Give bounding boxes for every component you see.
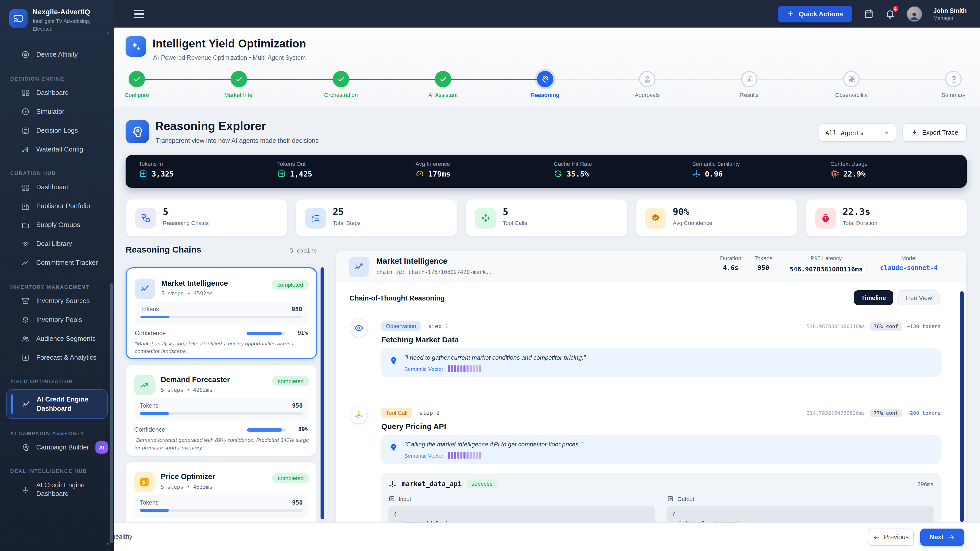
sidebar-item-commitment-tracker[interactable]: Commitment Tracker	[0, 254, 114, 272]
vector-bar	[455, 452, 457, 459]
section-decision-engine: DECISION ENGINE	[0, 73, 114, 84]
section-ai-campaign-assembly: AI CAMPAIGN ASSEMBLY	[0, 427, 114, 438]
step2-thought: "Calling the market intelligence API to …	[381, 435, 941, 464]
sidebar-item-supply-groups[interactable]: Supply Groups	[0, 216, 114, 235]
vector-bar	[467, 365, 469, 372]
bell-icon[interactable]: 4	[885, 9, 895, 19]
metric-avg-inference: Avg Inference 179ms	[402, 155, 540, 188]
chains-scrollbar[interactable]	[321, 267, 324, 519]
tab-timeline[interactable]: Timeline	[854, 290, 893, 305]
layout-grid-icon	[843, 71, 859, 87]
export-trace-button[interactable]: Export Trace	[902, 124, 967, 142]
workflow-icon	[135, 208, 156, 229]
sparkle-chart-icon	[348, 257, 369, 277]
previous-button[interactable]: Previous	[868, 529, 914, 546]
waterfall-icon	[21, 145, 30, 154]
sidebar-item-simulator[interactable]: Simulator	[0, 103, 114, 121]
step1-meta-row: Observation step_1 546.9678381080116ms 7…	[381, 321, 941, 331]
model-link[interactable]: claude-sonnet-4	[880, 264, 938, 272]
cast-logo-icon	[9, 9, 27, 27]
vector-bar	[464, 365, 466, 372]
cpu-icon	[830, 169, 839, 178]
vector-bar	[470, 365, 472, 372]
section-curation-hub: CURATION HUB	[0, 168, 114, 178]
sidebar-item-device-affinity[interactable]: Device Affinity	[0, 45, 114, 64]
tokens-box: Tokens950	[134, 495, 308, 518]
play-circle-icon	[21, 108, 30, 116]
vector-bar	[467, 452, 469, 459]
check-icon	[435, 71, 451, 87]
sidebar-item-dashboard[interactable]: Dashboard	[0, 84, 114, 103]
sidebar-item-publisher-portfolio[interactable]: Publisher Portfolio	[0, 197, 114, 216]
vector-bar	[470, 452, 472, 459]
chain-card-market-intelligence[interactable]: Market Intelligence 5 steps • 4592ms com…	[126, 267, 317, 359]
main-content: Intelligent Yield Optimization AI-Powere…	[114, 27, 980, 551]
check-icon	[231, 71, 247, 87]
chain-card-demand-forecaster[interactable]: Demand Forecaster 5 steps • 4202ms compl…	[126, 364, 317, 456]
confidence-chip: 76% conf	[870, 322, 902, 330]
sidebar-item-waterfall-config[interactable]: Waterfall Config	[0, 140, 114, 159]
log-list-icon	[21, 127, 30, 135]
sidebar-item-curation-dashboard[interactable]: Dashboard	[0, 178, 114, 197]
sidebar-item-deal-ai-credit-engine-dashboard[interactable]: AI Credit Engine Dashboard	[0, 476, 114, 504]
sidebar: Nexgile-AdvertIQ Intelligent TV Advertis…	[0, 0, 114, 551]
badge-check-icon	[645, 208, 666, 229]
quick-actions-button[interactable]: Quick Actions	[778, 5, 852, 22]
login-icon	[139, 169, 148, 178]
step-type-badge: Observation	[381, 321, 421, 331]
stamp-icon	[639, 71, 655, 87]
grid-icon	[21, 89, 30, 97]
sidebar-scrollbar[interactable]	[110, 283, 113, 543]
app-root: Intelligent Yield Optimization AI-Powere…	[0, 0, 980, 551]
tokens-box: Tokens950	[135, 302, 308, 324]
user-name: John Smith	[933, 7, 967, 14]
check-icon	[129, 71, 145, 87]
avatar[interactable]	[906, 6, 922, 22]
chain-quote: "Demand forecast generated with 89% conf…	[134, 436, 309, 452]
view-toggle: Timeline Tree View	[854, 290, 940, 305]
notification-badge: 4	[891, 5, 899, 13]
step2-meta-row: Tool Call step_2 314.7832164769526ms 77%…	[381, 408, 941, 418]
wizard-stepper: Configure Market Intel Orchestration AI …	[114, 70, 980, 106]
vector-bar	[464, 452, 466, 459]
sidebar-item-inventory-sources[interactable]: Inventory Sources	[0, 292, 114, 311]
metric-semantic-similarity: Semantic Similarity 0.96	[679, 155, 817, 188]
agent-filter-select[interactable]: All Agents	[819, 124, 896, 142]
sidebar-item-ai-credit-engine-dashboard[interactable]: AI Credit Engine Dashboard	[6, 389, 108, 419]
vector-bar	[458, 452, 460, 459]
page-title: Intelligent Yield Optimization	[153, 37, 306, 51]
user-role: Manager	[933, 15, 967, 21]
status-badge: completed	[272, 376, 309, 386]
brand[interactable]: Nexgile-AdvertIQ Intelligent TV Advertis…	[0, 0, 114, 39]
logout-icon	[277, 169, 286, 178]
calendar-icon[interactable]	[863, 9, 873, 19]
numbered-list-icon: 123	[305, 208, 326, 229]
brand-name: Nexgile-AdvertIQ	[33, 8, 93, 16]
arrow-right-icon	[948, 534, 955, 541]
bar-chart-icon	[741, 71, 757, 87]
detail-header: Market Intelligence chain_id: chain-1767…	[336, 251, 966, 283]
metric-context-usage: Context Usage 22.9%	[817, 155, 955, 188]
next-button[interactable]: Next	[920, 529, 964, 546]
tab-tree-view[interactable]: Tree View	[897, 290, 940, 305]
menu-icon[interactable]	[134, 10, 144, 18]
step-type-badge: Tool Call	[381, 408, 412, 418]
page-header: Intelligent Yield Optimization AI-Powere…	[114, 27, 980, 107]
chain-quote: "Market analysis complete. Identified 7 …	[135, 340, 309, 355]
tool-duration: 296ms	[918, 481, 934, 487]
svg-text:$: $	[142, 480, 145, 485]
sidebar-item-deal-library[interactable]: Deal Library	[0, 235, 114, 254]
detail-scrollbar[interactable]	[960, 291, 964, 522]
sidebar-item-audience-segments[interactable]: Audience Segments	[0, 329, 114, 348]
folder-icon	[21, 221, 30, 229]
sidebar-item-campaign-builder[interactable]: Campaign Builder AI	[0, 438, 114, 457]
sidebar-item-inventory-pools[interactable]: Inventory Pools	[0, 311, 114, 330]
sidebar-item-forecast-analytics[interactable]: Forecast & Analytics	[0, 348, 114, 367]
sidebar-item-decision-logs[interactable]: Decision Logs	[0, 121, 114, 140]
tokens-progress	[140, 509, 303, 512]
download-icon	[911, 129, 918, 136]
confidence-chip: 77% conf	[870, 409, 902, 417]
health-status: healthy	[112, 533, 132, 540]
svg-text:3: 3	[312, 219, 313, 222]
vector-bar	[476, 452, 478, 459]
